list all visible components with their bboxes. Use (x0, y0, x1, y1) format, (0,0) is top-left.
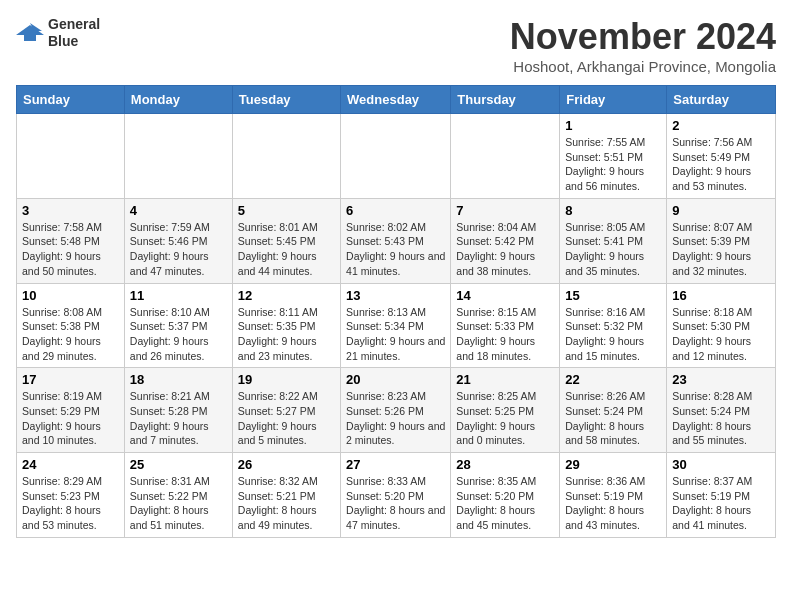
weekday-header-row: SundayMondayTuesdayWednesdayThursdayFrid… (17, 86, 776, 114)
day-number: 20 (346, 372, 445, 387)
day-info: Sunrise: 8:23 AM Sunset: 5:26 PM Dayligh… (346, 389, 445, 448)
day-info: Sunrise: 8:11 AM Sunset: 5:35 PM Dayligh… (238, 305, 335, 364)
calendar-cell: 11Sunrise: 8:10 AM Sunset: 5:37 PM Dayli… (124, 283, 232, 368)
calendar-cell (341, 114, 451, 199)
day-info: Sunrise: 8:01 AM Sunset: 5:45 PM Dayligh… (238, 220, 335, 279)
day-number: 7 (456, 203, 554, 218)
day-info: Sunrise: 7:58 AM Sunset: 5:48 PM Dayligh… (22, 220, 119, 279)
logo: General Blue (16, 16, 100, 50)
day-info: Sunrise: 7:55 AM Sunset: 5:51 PM Dayligh… (565, 135, 661, 194)
day-info: Sunrise: 8:19 AM Sunset: 5:29 PM Dayligh… (22, 389, 119, 448)
day-info: Sunrise: 8:37 AM Sunset: 5:19 PM Dayligh… (672, 474, 770, 533)
day-number: 24 (22, 457, 119, 472)
day-info: Sunrise: 8:32 AM Sunset: 5:21 PM Dayligh… (238, 474, 335, 533)
day-info: Sunrise: 8:05 AM Sunset: 5:41 PM Dayligh… (565, 220, 661, 279)
calendar-cell: 14Sunrise: 8:15 AM Sunset: 5:33 PM Dayli… (451, 283, 560, 368)
calendar-body: 1Sunrise: 7:55 AM Sunset: 5:51 PM Daylig… (17, 114, 776, 538)
day-number: 21 (456, 372, 554, 387)
calendar-cell: 15Sunrise: 8:16 AM Sunset: 5:32 PM Dayli… (560, 283, 667, 368)
calendar-cell (451, 114, 560, 199)
day-info: Sunrise: 8:21 AM Sunset: 5:28 PM Dayligh… (130, 389, 227, 448)
calendar-cell (124, 114, 232, 199)
day-number: 29 (565, 457, 661, 472)
calendar-cell: 30Sunrise: 8:37 AM Sunset: 5:19 PM Dayli… (667, 453, 776, 538)
day-number: 9 (672, 203, 770, 218)
calendar-cell: 8Sunrise: 8:05 AM Sunset: 5:41 PM Daylig… (560, 198, 667, 283)
calendar-cell: 2Sunrise: 7:56 AM Sunset: 5:49 PM Daylig… (667, 114, 776, 199)
calendar-cell (232, 114, 340, 199)
calendar-week-2: 3Sunrise: 7:58 AM Sunset: 5:48 PM Daylig… (17, 198, 776, 283)
calendar-cell: 23Sunrise: 8:28 AM Sunset: 5:24 PM Dayli… (667, 368, 776, 453)
day-info: Sunrise: 8:28 AM Sunset: 5:24 PM Dayligh… (672, 389, 770, 448)
day-number: 3 (22, 203, 119, 218)
day-number: 12 (238, 288, 335, 303)
calendar-cell: 13Sunrise: 8:13 AM Sunset: 5:34 PM Dayli… (341, 283, 451, 368)
day-info: Sunrise: 8:33 AM Sunset: 5:20 PM Dayligh… (346, 474, 445, 533)
day-number: 11 (130, 288, 227, 303)
day-number: 13 (346, 288, 445, 303)
weekday-header-sunday: Sunday (17, 86, 125, 114)
title-block: November 2024 Hoshoot, Arkhangai Provinc… (510, 16, 776, 75)
calendar-cell: 28Sunrise: 8:35 AM Sunset: 5:20 PM Dayli… (451, 453, 560, 538)
day-number: 15 (565, 288, 661, 303)
calendar-cell: 10Sunrise: 8:08 AM Sunset: 5:38 PM Dayli… (17, 283, 125, 368)
day-number: 28 (456, 457, 554, 472)
day-number: 26 (238, 457, 335, 472)
logo-line1: General (48, 16, 100, 33)
calendar-cell: 22Sunrise: 8:26 AM Sunset: 5:24 PM Dayli… (560, 368, 667, 453)
weekday-header-tuesday: Tuesday (232, 86, 340, 114)
calendar-cell: 4Sunrise: 7:59 AM Sunset: 5:46 PM Daylig… (124, 198, 232, 283)
calendar-header: SundayMondayTuesdayWednesdayThursdayFrid… (17, 86, 776, 114)
day-number: 10 (22, 288, 119, 303)
page-header: General Blue November 2024 Hoshoot, Arkh… (16, 16, 776, 75)
calendar-week-4: 17Sunrise: 8:19 AM Sunset: 5:29 PM Dayli… (17, 368, 776, 453)
day-number: 4 (130, 203, 227, 218)
logo-icon (16, 21, 44, 45)
calendar-cell (17, 114, 125, 199)
day-number: 2 (672, 118, 770, 133)
day-info: Sunrise: 7:59 AM Sunset: 5:46 PM Dayligh… (130, 220, 227, 279)
day-info: Sunrise: 8:10 AM Sunset: 5:37 PM Dayligh… (130, 305, 227, 364)
calendar-cell: 1Sunrise: 7:55 AM Sunset: 5:51 PM Daylig… (560, 114, 667, 199)
calendar-cell: 18Sunrise: 8:21 AM Sunset: 5:28 PM Dayli… (124, 368, 232, 453)
day-number: 14 (456, 288, 554, 303)
calendar-table: SundayMondayTuesdayWednesdayThursdayFrid… (16, 85, 776, 538)
calendar-cell: 21Sunrise: 8:25 AM Sunset: 5:25 PM Dayli… (451, 368, 560, 453)
day-info: Sunrise: 8:35 AM Sunset: 5:20 PM Dayligh… (456, 474, 554, 533)
day-number: 6 (346, 203, 445, 218)
day-number: 5 (238, 203, 335, 218)
calendar-cell: 9Sunrise: 8:07 AM Sunset: 5:39 PM Daylig… (667, 198, 776, 283)
day-info: Sunrise: 8:08 AM Sunset: 5:38 PM Dayligh… (22, 305, 119, 364)
day-info: Sunrise: 8:25 AM Sunset: 5:25 PM Dayligh… (456, 389, 554, 448)
day-info: Sunrise: 8:26 AM Sunset: 5:24 PM Dayligh… (565, 389, 661, 448)
day-number: 8 (565, 203, 661, 218)
day-number: 19 (238, 372, 335, 387)
calendar-cell: 29Sunrise: 8:36 AM Sunset: 5:19 PM Dayli… (560, 453, 667, 538)
svg-marker-0 (16, 25, 44, 41)
weekday-header-wednesday: Wednesday (341, 86, 451, 114)
calendar-cell: 16Sunrise: 8:18 AM Sunset: 5:30 PM Dayli… (667, 283, 776, 368)
day-number: 30 (672, 457, 770, 472)
calendar-week-1: 1Sunrise: 7:55 AM Sunset: 5:51 PM Daylig… (17, 114, 776, 199)
calendar-cell: 5Sunrise: 8:01 AM Sunset: 5:45 PM Daylig… (232, 198, 340, 283)
calendar-week-3: 10Sunrise: 8:08 AM Sunset: 5:38 PM Dayli… (17, 283, 776, 368)
logo-line2: Blue (48, 33, 100, 50)
day-number: 25 (130, 457, 227, 472)
day-info: Sunrise: 8:16 AM Sunset: 5:32 PM Dayligh… (565, 305, 661, 364)
day-number: 22 (565, 372, 661, 387)
day-info: Sunrise: 8:02 AM Sunset: 5:43 PM Dayligh… (346, 220, 445, 279)
calendar-cell: 3Sunrise: 7:58 AM Sunset: 5:48 PM Daylig… (17, 198, 125, 283)
day-info: Sunrise: 8:22 AM Sunset: 5:27 PM Dayligh… (238, 389, 335, 448)
day-info: Sunrise: 8:13 AM Sunset: 5:34 PM Dayligh… (346, 305, 445, 364)
calendar-cell: 24Sunrise: 8:29 AM Sunset: 5:23 PM Dayli… (17, 453, 125, 538)
day-number: 17 (22, 372, 119, 387)
day-info: Sunrise: 8:31 AM Sunset: 5:22 PM Dayligh… (130, 474, 227, 533)
weekday-header-monday: Monday (124, 86, 232, 114)
day-info: Sunrise: 8:15 AM Sunset: 5:33 PM Dayligh… (456, 305, 554, 364)
calendar-cell: 19Sunrise: 8:22 AM Sunset: 5:27 PM Dayli… (232, 368, 340, 453)
calendar-cell: 7Sunrise: 8:04 AM Sunset: 5:42 PM Daylig… (451, 198, 560, 283)
calendar-cell: 27Sunrise: 8:33 AM Sunset: 5:20 PM Dayli… (341, 453, 451, 538)
day-info: Sunrise: 8:18 AM Sunset: 5:30 PM Dayligh… (672, 305, 770, 364)
weekday-header-thursday: Thursday (451, 86, 560, 114)
weekday-header-friday: Friday (560, 86, 667, 114)
